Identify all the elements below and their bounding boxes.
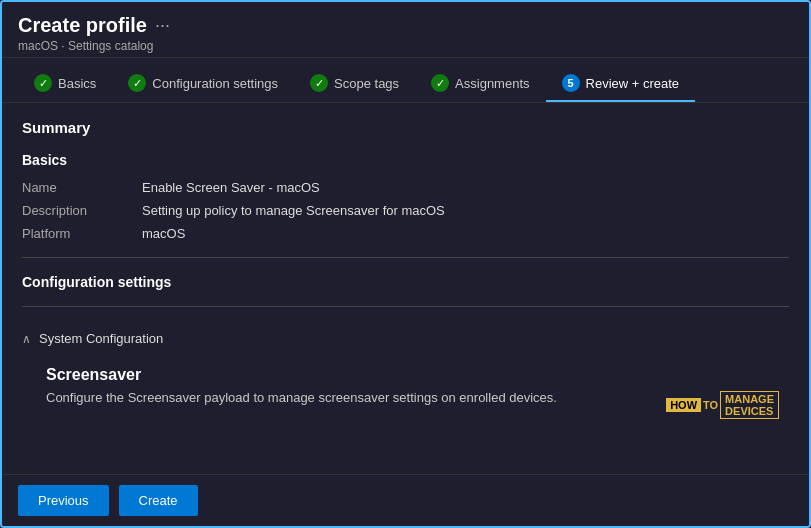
main-window: Create profile ··· macOS · Settings cata… <box>0 0 811 528</box>
page-subtitle: macOS · Settings catalog <box>18 39 793 53</box>
summary-title: Summary <box>22 119 789 136</box>
content-inner: Summary Basics Name Enable Screen Saver … <box>22 119 789 409</box>
watermark: HOW TO MANAGE DEVICES <box>666 391 779 419</box>
tab-assignments[interactable]: ✓ Assignments <box>415 66 545 102</box>
basics-title: Basics <box>22 152 789 168</box>
check-icon-configuration: ✓ <box>128 74 146 92</box>
divider <box>22 257 789 258</box>
field-name-label: Name <box>22 180 142 195</box>
tab-review-create[interactable]: 5 Review + create <box>546 66 696 102</box>
tab-basics-label: Basics <box>58 76 96 91</box>
tab-assignments-label: Assignments <box>455 76 529 91</box>
tab-configuration[interactable]: ✓ Configuration settings <box>112 66 294 102</box>
field-name-row: Name Enable Screen Saver - macOS <box>22 180 789 195</box>
check-icon-assignments: ✓ <box>431 74 449 92</box>
system-configuration-row[interactable]: ∧ System Configuration <box>22 323 789 354</box>
tab-basics[interactable]: ✓ Basics <box>18 66 112 102</box>
watermark-how: HOW <box>666 398 701 412</box>
page-title: Create profile <box>18 14 147 37</box>
num-icon-review: 5 <box>562 74 580 92</box>
tab-scope-label: Scope tags <box>334 76 399 91</box>
watermark-to: TO <box>703 399 718 411</box>
tab-configuration-label: Configuration settings <box>152 76 278 91</box>
watermark-manage: MANAGE DEVICES <box>720 391 779 419</box>
field-description-row: Description Setting up policy to manage … <box>22 203 789 218</box>
nav-tabs: ✓ Basics ✓ Configuration settings ✓ Scop… <box>2 58 809 103</box>
more-options-icon[interactable]: ··· <box>155 15 170 36</box>
create-button[interactable]: Create <box>119 485 198 516</box>
footer: Previous Create <box>2 474 809 526</box>
check-icon-scope: ✓ <box>310 74 328 92</box>
divider-2 <box>22 306 789 307</box>
config-settings-title: Configuration settings <box>22 274 789 290</box>
title-bar: Create profile ··· macOS · Settings cata… <box>2 2 809 58</box>
field-description-label: Description <box>22 203 142 218</box>
field-description-value: Setting up policy to manage Screensaver … <box>142 203 445 218</box>
field-platform-row: Platform macOS <box>22 226 789 241</box>
screensaver-title: Screensaver <box>46 366 789 384</box>
field-name-value: Enable Screen Saver - macOS <box>142 180 320 195</box>
field-platform-label: Platform <box>22 226 142 241</box>
previous-button[interactable]: Previous <box>18 485 109 516</box>
tab-scope-tags[interactable]: ✓ Scope tags <box>294 66 415 102</box>
system-configuration-label: System Configuration <box>39 331 163 346</box>
content-area: Summary Basics Name Enable Screen Saver … <box>2 103 809 474</box>
chevron-up-icon: ∧ <box>22 332 31 346</box>
tab-review-label: Review + create <box>586 76 680 91</box>
check-icon-basics: ✓ <box>34 74 52 92</box>
field-platform-value: macOS <box>142 226 185 241</box>
